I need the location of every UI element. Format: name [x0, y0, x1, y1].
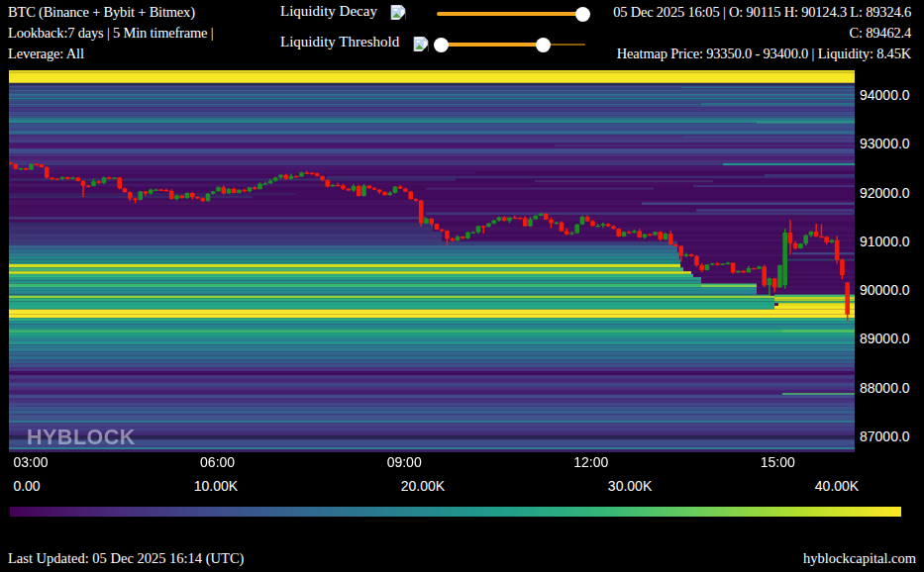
- last-updated-text: Last Updated: 05 Dec 2025 16:14 (UTC): [8, 550, 244, 567]
- y-axis-tick-label: 92000.0: [860, 185, 910, 201]
- y-axis-tick-label: 94000.0: [860, 87, 910, 103]
- x-axis-tick-label: 03:00: [14, 454, 49, 470]
- liquidity-threshold-label: Liquidity Threshold: [280, 34, 399, 50]
- leverage-info: Leverage: All: [8, 44, 213, 64]
- y-axis-tick-label: 87000.0: [860, 429, 910, 444]
- threshold-slider-fill[interactable]: [441, 43, 543, 47]
- decay-slider-track[interactable]: [437, 12, 585, 16]
- liquidity-decay-slider[interactable]: [437, 6, 585, 22]
- colorbar-tick-label: 30.00K: [608, 478, 652, 494]
- footer: Last Updated: 05 Dec 2025 16:14 (UTC) hy…: [0, 544, 924, 572]
- threshold-slider-high-thumb[interactable]: [536, 38, 551, 52]
- header-left: BTC (Binance + Bybit + Bitmex) Lookback:…: [8, 2, 213, 64]
- decay-slider-thumb[interactable]: [575, 7, 590, 22]
- header-right: 05 Dec 2025 16:05 | O: 90115 H: 90124.3 …: [613, 2, 911, 64]
- heatmap-readout: Heatmap Price: 93350.0 - 93400.0 | Liqui…: [613, 44, 911, 64]
- colorbar-tick-label: 0.00: [13, 478, 40, 494]
- x-axis-tick-label: 15:00: [761, 454, 795, 470]
- y-axis-tick-label: 88000.0: [860, 380, 910, 396]
- x-axis-tick-label: 12:00: [573, 454, 608, 470]
- liquidity-decay-label: Liquidity Decay: [280, 3, 377, 20]
- y-axis-tick-label: 91000.0: [860, 234, 910, 249]
- x-axis-tick-label: 09:00: [387, 454, 422, 470]
- y-axis-tick-label: 89000.0: [860, 331, 910, 346]
- liquidity-threshold-slider[interactable]: [434, 37, 585, 52]
- threshold-slider-low-thumb[interactable]: [434, 38, 449, 52]
- y-axis-tick-label: 93000.0: [860, 136, 910, 151]
- colorbar-tick-label: 20.00K: [401, 478, 445, 494]
- colorbar-tick-label: 40.00K: [815, 478, 859, 494]
- broken-image-icon: [390, 5, 406, 20]
- y-axis-tick-label: 90000.0: [860, 282, 910, 298]
- liquidation-heatmap-canvas[interactable]: [9, 70, 855, 452]
- chart-area[interactable]: HYBLOCK: [9, 70, 855, 452]
- broken-image-icon: [413, 37, 429, 51]
- ohlc-readout: 05 Dec 2025 16:05 | O: 90115 H: 90124.3 …: [613, 2, 911, 23]
- app: BTC (Binance + Bybit + Bitmex) Lookback:…: [0, 0, 924, 572]
- symbol-title: BTC (Binance + Bybit + Bitmex): [8, 2, 213, 23]
- x-axis-tick-label: 06:00: [200, 454, 235, 470]
- website-link[interactable]: hyblockcapital.com: [803, 550, 916, 567]
- lookback-info: Lookback:7 days | 5 Min timeframe |: [8, 23, 213, 44]
- colorbar-tick-label: 10.00K: [194, 478, 238, 494]
- colorbar-gradient: [10, 507, 901, 517]
- close-readout: C: 89462.4: [613, 23, 911, 44]
- hyblock-watermark: HYBLOCK: [27, 426, 136, 450]
